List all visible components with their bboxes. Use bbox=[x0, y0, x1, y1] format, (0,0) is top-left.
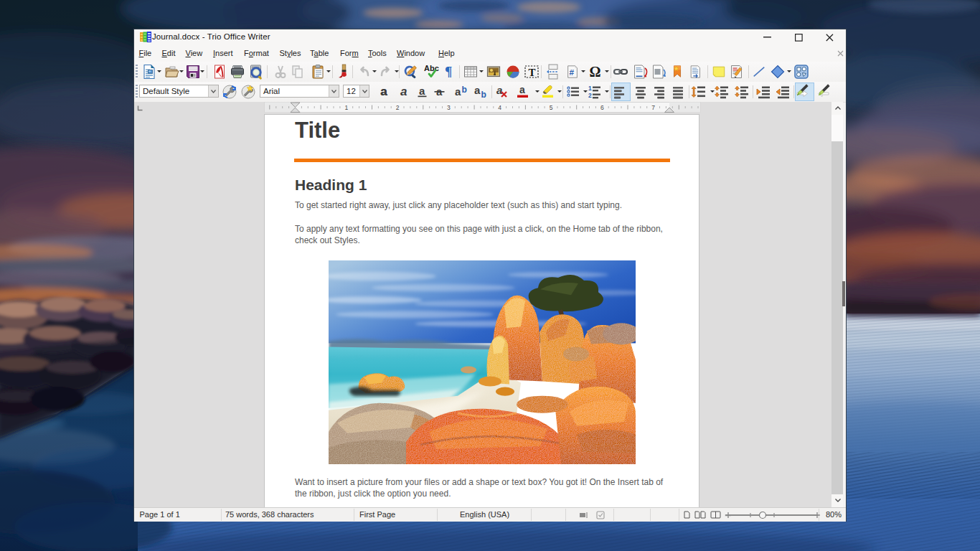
svg-text:¶: ¶ bbox=[445, 64, 452, 79]
svg-text:2: 2 bbox=[396, 104, 400, 111]
svg-text:b: b bbox=[462, 85, 467, 95]
svg-text:2: 2 bbox=[588, 92, 592, 99]
svg-text:a: a bbox=[380, 85, 387, 98]
svg-text:5: 5 bbox=[550, 104, 553, 111]
svg-text:#: # bbox=[569, 67, 574, 77]
svg-text:T: T bbox=[529, 67, 536, 78]
svg-text:b: b bbox=[481, 90, 486, 100]
svg-text:a: a bbox=[400, 85, 407, 98]
svg-text:a: a bbox=[455, 85, 461, 98]
svg-text:a: a bbox=[519, 84, 525, 95]
svg-text:1: 1 bbox=[588, 85, 592, 92]
svg-text:6: 6 bbox=[600, 104, 604, 111]
svg-text:a: a bbox=[419, 85, 425, 97]
svg-text:Ω: Ω bbox=[590, 64, 601, 80]
svg-text:7: 7 bbox=[651, 104, 655, 111]
svg-text:4: 4 bbox=[498, 104, 501, 111]
svg-text:a: a bbox=[474, 84, 481, 96]
svg-text:3: 3 bbox=[447, 104, 451, 111]
svg-text:a: a bbox=[496, 84, 502, 96]
svg-text:Abc: Abc bbox=[424, 64, 439, 72]
svg-text:1: 1 bbox=[344, 104, 348, 111]
